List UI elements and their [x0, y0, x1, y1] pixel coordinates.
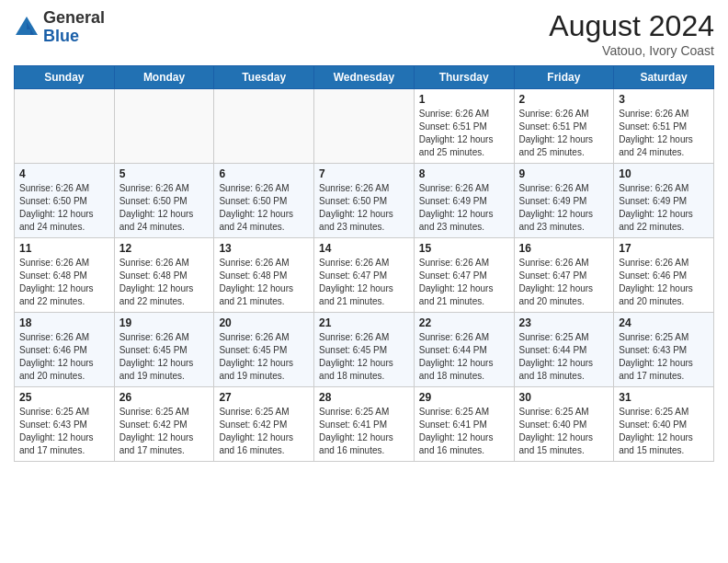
col-tuesday: Tuesday	[214, 66, 314, 89]
month-year: August 2024	[549, 9, 714, 43]
table-row: 10Sunrise: 6:26 AM Sunset: 6:49 PM Dayli…	[614, 164, 714, 238]
day-number: 6	[219, 167, 309, 180]
day-info: Sunrise: 6:26 AM Sunset: 6:51 PM Dayligh…	[419, 108, 509, 159]
table-row: 28Sunrise: 6:25 AM Sunset: 6:41 PM Dayli…	[314, 387, 415, 462]
svg-rect-2	[23, 29, 30, 35]
day-number: 17	[619, 242, 709, 255]
day-info: Sunrise: 6:26 AM Sunset: 6:45 PM Dayligh…	[119, 331, 210, 383]
week-row-4: 18Sunrise: 6:26 AM Sunset: 6:46 PM Dayli…	[15, 313, 714, 387]
day-number: 12	[119, 242, 210, 255]
col-monday: Monday	[114, 66, 214, 89]
day-info: Sunrise: 6:26 AM Sunset: 6:46 PM Dayligh…	[619, 257, 709, 308]
day-number: 14	[319, 242, 409, 255]
calendar-table: Sunday Monday Tuesday Wednesday Thursday…	[14, 65, 714, 462]
table-row: 20Sunrise: 6:26 AM Sunset: 6:45 PM Dayli…	[214, 313, 314, 387]
col-wednesday: Wednesday	[314, 66, 415, 89]
col-sunday: Sunday	[15, 66, 115, 89]
table-row: 18Sunrise: 6:26 AM Sunset: 6:46 PM Dayli…	[15, 313, 115, 387]
day-info: Sunrise: 6:25 AM Sunset: 6:41 PM Dayligh…	[319, 406, 409, 457]
table-row: 31Sunrise: 6:25 AM Sunset: 6:40 PM Dayli…	[614, 387, 714, 462]
week-row-2: 4Sunrise: 6:26 AM Sunset: 6:50 PM Daylig…	[15, 164, 714, 238]
day-info: Sunrise: 6:26 AM Sunset: 6:51 PM Dayligh…	[619, 108, 709, 159]
table-row: 14Sunrise: 6:26 AM Sunset: 6:47 PM Dayli…	[314, 238, 415, 313]
location: Vatouo, Ivory Coast	[549, 43, 714, 58]
day-info: Sunrise: 6:25 AM Sunset: 6:42 PM Dayligh…	[219, 406, 309, 457]
day-info: Sunrise: 6:26 AM Sunset: 6:47 PM Dayligh…	[419, 257, 509, 308]
table-row: 16Sunrise: 6:26 AM Sunset: 6:47 PM Dayli…	[514, 238, 614, 313]
day-number: 18	[19, 316, 109, 329]
day-info: Sunrise: 6:26 AM Sunset: 6:49 PM Dayligh…	[419, 182, 509, 234]
logo-icon	[14, 15, 40, 40]
day-number: 29	[419, 391, 509, 404]
day-number: 8	[419, 167, 509, 180]
logo-text: General Blue	[43, 9, 105, 46]
day-number: 24	[619, 316, 709, 329]
week-row-3: 11Sunrise: 6:26 AM Sunset: 6:48 PM Dayli…	[15, 238, 714, 313]
day-info: Sunrise: 6:26 AM Sunset: 6:48 PM Dayligh…	[219, 257, 309, 308]
day-info: Sunrise: 6:26 AM Sunset: 6:45 PM Dayligh…	[219, 331, 309, 383]
day-info: Sunrise: 6:26 AM Sunset: 6:48 PM Dayligh…	[119, 257, 210, 308]
week-row-1: 1Sunrise: 6:26 AM Sunset: 6:51 PM Daylig…	[15, 89, 714, 164]
table-row: 26Sunrise: 6:25 AM Sunset: 6:42 PM Dayli…	[114, 387, 214, 462]
table-row: 1Sunrise: 6:26 AM Sunset: 6:51 PM Daylig…	[414, 89, 514, 164]
table-row: 23Sunrise: 6:25 AM Sunset: 6:44 PM Dayli…	[514, 313, 614, 387]
day-info: Sunrise: 6:25 AM Sunset: 6:42 PM Dayligh…	[119, 406, 210, 457]
day-number: 26	[119, 391, 210, 404]
table-row: 24Sunrise: 6:25 AM Sunset: 6:43 PM Dayli…	[614, 313, 714, 387]
table-row: 8Sunrise: 6:26 AM Sunset: 6:49 PM Daylig…	[414, 164, 514, 238]
table-row: 4Sunrise: 6:26 AM Sunset: 6:50 PM Daylig…	[15, 164, 115, 238]
table-row: 25Sunrise: 6:25 AM Sunset: 6:43 PM Dayli…	[15, 387, 115, 462]
day-info: Sunrise: 6:26 AM Sunset: 6:44 PM Dayligh…	[419, 331, 509, 383]
table-row: 3Sunrise: 6:26 AM Sunset: 6:51 PM Daylig…	[614, 89, 714, 164]
day-info: Sunrise: 6:25 AM Sunset: 6:41 PM Dayligh…	[419, 406, 509, 457]
day-info: Sunrise: 6:26 AM Sunset: 6:48 PM Dayligh…	[19, 257, 109, 308]
day-number: 31	[619, 391, 709, 404]
day-number: 1	[419, 93, 509, 106]
table-row: 19Sunrise: 6:26 AM Sunset: 6:45 PM Dayli…	[114, 313, 214, 387]
day-number: 16	[519, 242, 609, 255]
table-row: 13Sunrise: 6:26 AM Sunset: 6:48 PM Dayli…	[214, 238, 314, 313]
day-info: Sunrise: 6:26 AM Sunset: 6:50 PM Dayligh…	[19, 182, 109, 234]
logo-blue-text: Blue	[43, 27, 79, 45]
table-row	[314, 89, 415, 164]
day-info: Sunrise: 6:26 AM Sunset: 6:50 PM Dayligh…	[319, 182, 409, 234]
col-saturday: Saturday	[614, 66, 714, 89]
day-number: 5	[119, 167, 210, 180]
table-row: 22Sunrise: 6:26 AM Sunset: 6:44 PM Dayli…	[414, 313, 514, 387]
day-number: 13	[219, 242, 309, 255]
day-number: 10	[619, 167, 709, 180]
table-row: 11Sunrise: 6:26 AM Sunset: 6:48 PM Dayli…	[15, 238, 115, 313]
day-number: 3	[619, 93, 709, 106]
day-info: Sunrise: 6:26 AM Sunset: 6:45 PM Dayligh…	[319, 331, 409, 383]
logo: General Blue	[14, 9, 105, 46]
table-row: 7Sunrise: 6:26 AM Sunset: 6:50 PM Daylig…	[314, 164, 415, 238]
day-info: Sunrise: 6:26 AM Sunset: 6:49 PM Dayligh…	[519, 182, 609, 234]
table-row: 5Sunrise: 6:26 AM Sunset: 6:50 PM Daylig…	[114, 164, 214, 238]
day-number: 27	[219, 391, 309, 404]
day-number: 4	[19, 167, 109, 180]
table-row	[15, 89, 115, 164]
day-number: 19	[119, 316, 210, 329]
page: General Blue August 2024 Vatouo, Ivory C…	[0, 0, 728, 563]
day-info: Sunrise: 6:25 AM Sunset: 6:43 PM Dayligh…	[619, 331, 709, 383]
day-info: Sunrise: 6:26 AM Sunset: 6:47 PM Dayligh…	[519, 257, 609, 308]
col-thursday: Thursday	[414, 66, 514, 89]
table-row: 17Sunrise: 6:26 AM Sunset: 6:46 PM Dayli…	[614, 238, 714, 313]
day-info: Sunrise: 6:25 AM Sunset: 6:40 PM Dayligh…	[519, 406, 609, 457]
table-row: 15Sunrise: 6:26 AM Sunset: 6:47 PM Dayli…	[414, 238, 514, 313]
table-row: 12Sunrise: 6:26 AM Sunset: 6:48 PM Dayli…	[114, 238, 214, 313]
table-row	[114, 89, 214, 164]
day-number: 25	[19, 391, 109, 404]
day-number: 11	[19, 242, 109, 255]
week-row-5: 25Sunrise: 6:25 AM Sunset: 6:43 PM Dayli…	[15, 387, 714, 462]
table-row: 9Sunrise: 6:26 AM Sunset: 6:49 PM Daylig…	[514, 164, 614, 238]
day-info: Sunrise: 6:26 AM Sunset: 6:51 PM Dayligh…	[519, 108, 609, 159]
day-number: 7	[319, 167, 409, 180]
day-info: Sunrise: 6:25 AM Sunset: 6:43 PM Dayligh…	[19, 406, 109, 457]
day-info: Sunrise: 6:26 AM Sunset: 6:50 PM Dayligh…	[219, 182, 309, 234]
calendar-header-row: Sunday Monday Tuesday Wednesday Thursday…	[15, 66, 714, 89]
table-row: 27Sunrise: 6:25 AM Sunset: 6:42 PM Dayli…	[214, 387, 314, 462]
table-row: 21Sunrise: 6:26 AM Sunset: 6:45 PM Dayli…	[314, 313, 415, 387]
day-info: Sunrise: 6:26 AM Sunset: 6:50 PM Dayligh…	[119, 182, 210, 234]
day-number: 28	[319, 391, 409, 404]
